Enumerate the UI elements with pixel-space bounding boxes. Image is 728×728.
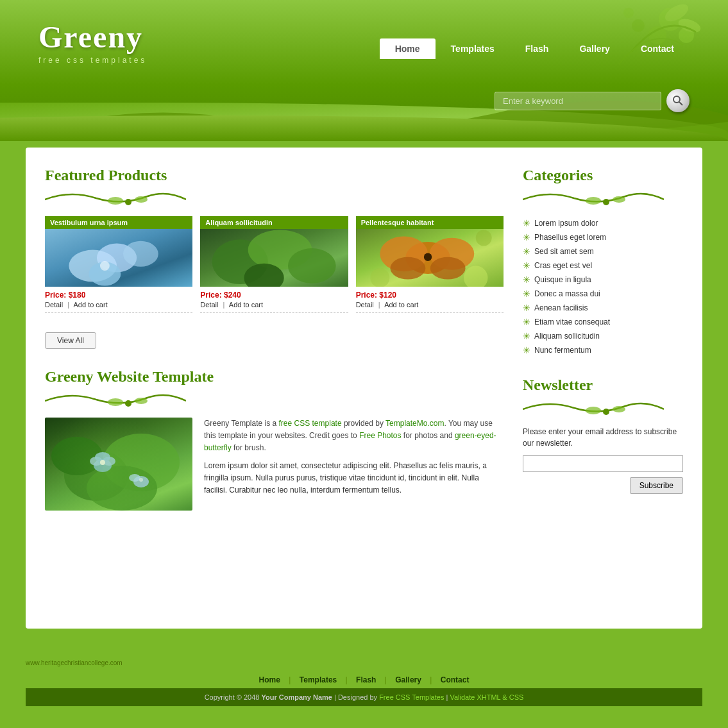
star-icon: ✳ — [523, 346, 530, 355]
search-bar — [495, 89, 690, 112]
footer-validate-link[interactable]: Validate XHTML & CSS — [450, 693, 523, 701]
star-icon: ✳ — [523, 233, 530, 242]
footer: www.heritagechristiancollege.com Home | … — [0, 648, 728, 715]
svg-point-32 — [135, 398, 148, 404]
email-input[interactable] — [523, 455, 683, 472]
about-para-1: Greeny Template is a free CSS template p… — [204, 418, 504, 455]
footer-nav-gallery[interactable]: Gallery — [395, 675, 421, 684]
footer-nav-home[interactable]: Home — [259, 675, 280, 684]
svg-point-19 — [288, 248, 336, 284]
svg-point-11 — [135, 196, 148, 203]
svg-point-41 — [100, 460, 105, 465]
svg-point-38 — [90, 457, 103, 466]
logo[interactable]: Greeny free css templates — [38, 19, 147, 65]
product-price-3: Price: $120 — [356, 291, 504, 300]
site-tagline: free css templates — [38, 56, 147, 65]
svg-point-31 — [108, 398, 123, 406]
svg-point-49 — [586, 407, 601, 414]
svg-point-15 — [100, 261, 110, 271]
footer-copyright: Copyright © 2048 Your Company Name | Des… — [26, 688, 702, 706]
svg-point-48 — [603, 409, 609, 415]
product-price-1: Price: $180 — [45, 291, 192, 300]
nav-gallery[interactable]: Gallery — [564, 38, 625, 59]
right-sidebar: Categories ✳Lorem ipsum dolor ✳Phasellus… — [523, 167, 683, 609]
svg-point-45 — [603, 199, 609, 205]
about-link-photos[interactable]: Free Photos — [359, 431, 401, 440]
product-detail-link-1[interactable]: Detail — [45, 301, 63, 309]
product-detail-link-2[interactable]: Detail — [200, 301, 218, 309]
nav-contact[interactable]: Contact — [625, 38, 690, 59]
about-deco-wave-icon — [45, 388, 186, 407]
newsletter-section: Newsletter Please enter your email addre… — [523, 377, 683, 494]
svg-point-26 — [423, 253, 431, 261]
product-card-3: Pellentesque habitant — [356, 216, 504, 313]
list-item: ✳Quisque in ligula — [523, 273, 683, 287]
subscribe-button[interactable]: Subscribe — [630, 477, 683, 494]
product-card-1: Vestibulum urna ipsum Price: $180 — [45, 216, 192, 313]
product-detail-link-3[interactable]: Detail — [356, 301, 374, 309]
product-addcart-link-2[interactable]: Add to cart — [229, 301, 263, 309]
footer-nav-contact[interactable]: Contact — [441, 675, 470, 684]
about-section: Greeny Website Template — [45, 368, 504, 511]
list-item: ✳Etiam vitae consequat — [523, 315, 683, 329]
footer-nav-flash[interactable]: Flash — [356, 675, 376, 684]
list-item: ✳Lorem ipsum dolor — [523, 216, 683, 230]
search-button[interactable] — [666, 89, 690, 112]
header: Greeny free css templates Home Templates… — [0, 0, 728, 141]
svg-point-29 — [464, 266, 487, 287]
about-content: Greeny Template is a free CSS template p… — [45, 418, 504, 511]
product-actions-1: Detail | Add to cart — [45, 301, 192, 309]
view-all-button[interactable]: View All — [45, 332, 96, 349]
newsletter-title: Newsletter — [523, 377, 683, 394]
list-item: ✳Cras eget est vel — [523, 258, 683, 273]
nav-flash[interactable]: Flash — [510, 38, 564, 59]
featured-title: Featured Products — [45, 167, 504, 184]
about-link-butterfly[interactable]: green-eyed-butterfly — [204, 431, 496, 452]
news-deco-wave-icon — [523, 396, 664, 416]
svg-point-9 — [125, 199, 131, 205]
svg-point-30 — [125, 400, 131, 407]
list-item: ✳Sed sit amet sem — [523, 244, 683, 258]
svg-point-24 — [390, 257, 425, 280]
star-icon: ✳ — [523, 303, 530, 312]
footer-left-text: www.heritagechristiancollege.com — [26, 659, 123, 669]
footer-nav-templates[interactable]: Templates — [300, 675, 337, 684]
star-icon: ✳ — [523, 289, 530, 298]
product-card-2: Aliquam sollicitudin Price: $240 Deta — [200, 216, 348, 313]
about-link-templatemo[interactable]: TemplateMo.com — [385, 419, 444, 428]
product-addcart-link-1[interactable]: Add to cart — [74, 301, 108, 309]
nav-home[interactable]: Home — [380, 38, 436, 59]
svg-point-27 — [370, 268, 389, 287]
svg-point-43 — [129, 474, 140, 482]
svg-point-36 — [87, 466, 157, 511]
search-icon — [672, 95, 684, 106]
nav-templates[interactable]: Templates — [436, 38, 510, 59]
footer-nav: Home | Templates | Flash | Gallery | Con… — [26, 669, 702, 688]
product-addcart-link-3[interactable]: Add to cart — [384, 301, 418, 309]
about-title: Greeny Website Template — [45, 368, 504, 385]
about-para-2: Lorem ipsum dolor sit amet, consectetur … — [204, 460, 504, 497]
product-actions-2: Detail | Add to cart — [200, 301, 348, 309]
product-image-2 — [200, 229, 348, 287]
product-actions-3: Detail | Add to cart — [356, 301, 504, 309]
svg-point-25 — [430, 257, 465, 280]
star-icon: ✳ — [523, 317, 530, 326]
svg-point-16 — [123, 241, 158, 267]
svg-point-39 — [103, 457, 115, 466]
svg-point-6 — [623, 8, 634, 18]
star-icon: ✳ — [523, 247, 530, 256]
deco-wave-icon — [45, 187, 186, 206]
product-price-2: Price: $240 — [200, 291, 348, 300]
footer-template-link[interactable]: Free CSS Templates — [379, 693, 444, 701]
search-input[interactable] — [495, 92, 661, 110]
about-title-deco — [45, 388, 504, 407]
svg-point-42 — [133, 476, 149, 487]
content-area: Featured Products Vestibulum urna ipsum — [26, 148, 702, 629]
categories-section: Categories ✳Lorem ipsum dolor ✳Phasellus… — [523, 167, 683, 357]
list-item: ✳Phasellus eget lorem — [523, 230, 683, 244]
svg-point-35 — [51, 437, 103, 475]
list-item: ✳Nunc fermentum — [523, 343, 683, 357]
categories-title-deco — [523, 187, 683, 206]
about-link-css[interactable]: free CSS template — [279, 419, 342, 428]
star-icon: ✳ — [523, 261, 530, 270]
